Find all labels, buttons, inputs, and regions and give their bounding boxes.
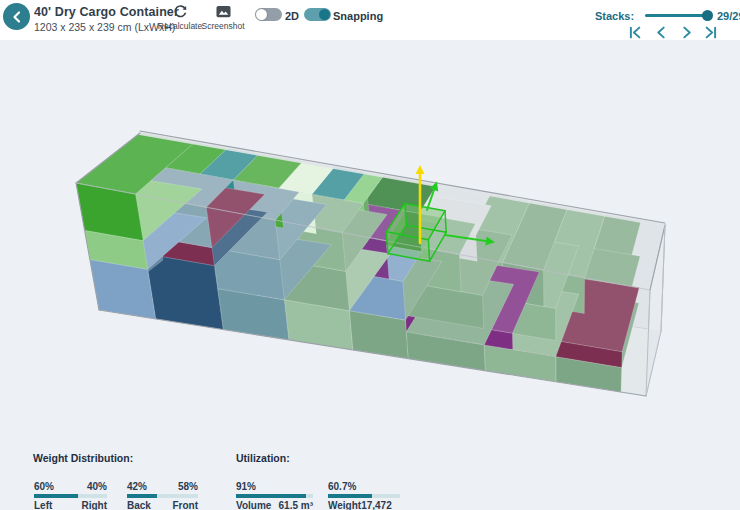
stack-first-button[interactable] xyxy=(625,26,645,42)
stacks-slider-knob[interactable] xyxy=(702,10,713,21)
container-3d-scene xyxy=(0,0,740,510)
volume-value: 61.5 m³ xyxy=(279,500,313,510)
stack-last-button[interactable] xyxy=(701,26,721,42)
front-label: Front xyxy=(172,500,198,510)
skip-to-end-icon xyxy=(703,26,719,39)
volume-bar xyxy=(236,494,313,498)
recalculate-label: Recalculate xyxy=(158,21,202,31)
stacks-label: Stacks: xyxy=(595,10,634,22)
stacks-value: 29/29 xyxy=(717,10,740,22)
chevron-left-icon xyxy=(10,10,24,24)
right-percent: 40% xyxy=(87,481,107,492)
skip-to-start-icon xyxy=(627,26,643,39)
chevron-left-nav-icon xyxy=(653,26,669,39)
toggle-snapping[interactable] xyxy=(304,8,331,21)
stack-next-button[interactable] xyxy=(677,26,697,42)
weight-back-front-group: 42% 58% Back Front xyxy=(127,481,198,510)
screenshot-label: Screenshot xyxy=(202,21,245,31)
left-label: Left xyxy=(34,500,52,510)
toggle-2d-label: 2D xyxy=(285,10,299,22)
toggle-2d-knob xyxy=(256,9,267,20)
utilization-heading: Utilization: xyxy=(236,452,290,464)
refresh-icon xyxy=(173,4,188,19)
weight-bar xyxy=(328,494,400,498)
container-3d-viewport[interactable] xyxy=(0,0,740,510)
weight-utilization-group: 60.7% Weight 17,472 kg xyxy=(328,481,400,510)
weight-percent: 60.7% xyxy=(328,481,356,492)
right-label: Right xyxy=(81,500,107,510)
top-toolbar: 40' Dry Cargo Container 1203 x 235 x 239… xyxy=(0,0,740,40)
back-button[interactable] xyxy=(3,3,30,30)
stacks-slider-track[interactable] xyxy=(645,14,709,17)
volume-percent: 91% xyxy=(236,481,256,492)
left-right-bar xyxy=(34,494,107,498)
weight-label: Weight xyxy=(328,500,361,510)
stack-previous-button[interactable] xyxy=(651,26,671,42)
chevron-right-nav-icon xyxy=(679,26,695,39)
back-front-bar xyxy=(127,494,198,498)
left-percent: 60% xyxy=(34,481,54,492)
toggle-snapping-knob xyxy=(319,9,330,20)
back-percent: 42% xyxy=(127,481,147,492)
weight-distribution-heading: Weight Distribution: xyxy=(33,452,133,464)
back-label: Back xyxy=(127,500,151,510)
volume-label: Volume xyxy=(236,500,271,510)
image-icon xyxy=(215,4,232,19)
recalculate-button[interactable]: Recalculate xyxy=(155,2,205,33)
toggle-2d[interactable] xyxy=(255,8,282,21)
toggle-snapping-label: Snapping xyxy=(333,10,383,22)
screenshot-button[interactable]: Screenshot xyxy=(199,2,247,33)
front-percent: 58% xyxy=(178,481,198,492)
weight-value: 17,472 kg xyxy=(361,500,400,510)
volume-utilization-group: 91% Volume 61.5 m³ xyxy=(236,481,313,510)
weight-left-right-group: 60% 40% Left Right xyxy=(34,481,107,510)
